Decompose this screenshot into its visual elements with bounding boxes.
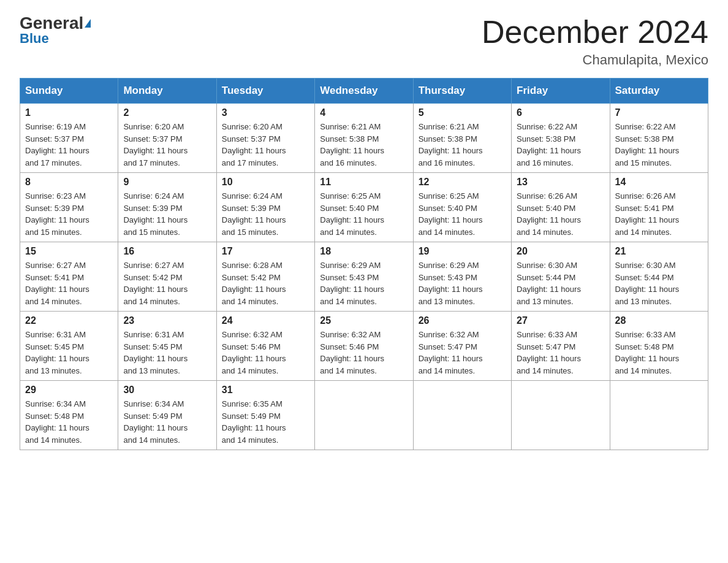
calendar-cell: 18Sunrise: 6:29 AMSunset: 5:43 PMDayligh… (315, 242, 413, 312)
day-number: 17 (222, 246, 309, 257)
calendar-week-row: 8Sunrise: 6:23 AMSunset: 5:39 PMDaylight… (20, 173, 708, 242)
logo-general-text: General (20, 15, 83, 32)
calendar-week-row: 22Sunrise: 6:31 AMSunset: 5:45 PMDayligh… (20, 312, 708, 381)
day-info: Sunrise: 6:27 AMSunset: 5:42 PMDaylight:… (123, 259, 211, 307)
day-info: Sunrise: 6:22 AMSunset: 5:38 PMDaylight:… (615, 121, 703, 169)
col-header-tuesday: Tuesday (216, 79, 314, 104)
day-number: 25 (320, 315, 408, 326)
day-info: Sunrise: 6:31 AMSunset: 5:45 PMDaylight:… (123, 329, 211, 377)
day-info: Sunrise: 6:21 AMSunset: 5:38 PMDaylight:… (320, 121, 408, 169)
day-info: Sunrise: 6:30 AMSunset: 5:44 PMDaylight:… (615, 259, 703, 307)
calendar-week-row: 1Sunrise: 6:19 AMSunset: 5:37 PMDaylight… (20, 104, 708, 173)
calendar-cell: 8Sunrise: 6:23 AMSunset: 5:39 PMDaylight… (20, 173, 118, 242)
calendar-cell: 15Sunrise: 6:27 AMSunset: 5:41 PMDayligh… (20, 242, 118, 312)
day-info: Sunrise: 6:33 AMSunset: 5:48 PMDaylight:… (615, 329, 703, 377)
day-number: 9 (123, 177, 211, 188)
calendar-cell: 5Sunrise: 6:21 AMSunset: 5:38 PMDaylight… (413, 104, 511, 173)
day-number: 8 (25, 177, 113, 188)
day-number: 11 (320, 177, 408, 188)
calendar-cell: 4Sunrise: 6:21 AMSunset: 5:38 PMDaylight… (315, 104, 413, 173)
day-info: Sunrise: 6:23 AMSunset: 5:39 PMDaylight:… (25, 190, 113, 238)
day-number: 1 (25, 107, 113, 118)
day-info: Sunrise: 6:34 AMSunset: 5:49 PMDaylight:… (123, 398, 211, 446)
day-number: 14 (615, 177, 703, 188)
calendar-cell: 24Sunrise: 6:32 AMSunset: 5:46 PMDayligh… (216, 312, 314, 381)
day-info: Sunrise: 6:22 AMSunset: 5:38 PMDaylight:… (517, 121, 604, 169)
calendar-cell (512, 381, 610, 450)
day-number: 24 (222, 315, 309, 326)
day-info: Sunrise: 6:28 AMSunset: 5:42 PMDaylight:… (222, 259, 309, 307)
day-info: Sunrise: 6:24 AMSunset: 5:39 PMDaylight:… (123, 190, 211, 238)
logo-triangle-icon (85, 19, 91, 28)
day-info: Sunrise: 6:29 AMSunset: 5:43 PMDaylight:… (320, 259, 408, 307)
day-number: 5 (419, 107, 506, 118)
calendar-cell: 19Sunrise: 6:29 AMSunset: 5:43 PMDayligh… (413, 242, 511, 312)
day-number: 31 (222, 385, 309, 396)
calendar-cell (610, 381, 708, 450)
day-number: 13 (517, 177, 604, 188)
calendar-cell: 14Sunrise: 6:26 AMSunset: 5:41 PMDayligh… (610, 173, 708, 242)
day-info: Sunrise: 6:25 AMSunset: 5:40 PMDaylight:… (320, 190, 408, 238)
day-info: Sunrise: 6:35 AMSunset: 5:49 PMDaylight:… (222, 398, 309, 446)
calendar-week-row: 29Sunrise: 6:34 AMSunset: 5:48 PMDayligh… (20, 381, 708, 450)
day-number: 28 (615, 315, 703, 326)
day-number: 27 (517, 315, 604, 326)
calendar-cell: 30Sunrise: 6:34 AMSunset: 5:49 PMDayligh… (118, 381, 216, 450)
calendar-cell: 9Sunrise: 6:24 AMSunset: 5:39 PMDaylight… (118, 173, 216, 242)
calendar-cell: 20Sunrise: 6:30 AMSunset: 5:44 PMDayligh… (512, 242, 610, 312)
calendar-cell: 7Sunrise: 6:22 AMSunset: 5:38 PMDaylight… (610, 104, 708, 173)
day-info: Sunrise: 6:32 AMSunset: 5:46 PMDaylight:… (320, 329, 408, 377)
day-number: 26 (419, 315, 506, 326)
calendar-cell: 10Sunrise: 6:24 AMSunset: 5:39 PMDayligh… (216, 173, 314, 242)
col-header-friday: Friday (512, 79, 610, 104)
logo-blue-text: Blue (20, 32, 49, 45)
day-number: 21 (615, 246, 703, 257)
day-info: Sunrise: 6:25 AMSunset: 5:40 PMDaylight:… (419, 190, 506, 238)
calendar-cell: 6Sunrise: 6:22 AMSunset: 5:38 PMDaylight… (512, 104, 610, 173)
day-number: 6 (517, 107, 604, 118)
location-label: Chamulapita, Mexico (482, 52, 708, 68)
day-info: Sunrise: 6:32 AMSunset: 5:46 PMDaylight:… (222, 329, 309, 377)
day-info: Sunrise: 6:31 AMSunset: 5:45 PMDaylight:… (25, 329, 113, 377)
calendar-cell: 12Sunrise: 6:25 AMSunset: 5:40 PMDayligh… (413, 173, 511, 242)
day-info: Sunrise: 6:20 AMSunset: 5:37 PMDaylight:… (123, 121, 211, 169)
day-number: 18 (320, 246, 408, 257)
day-number: 23 (123, 315, 211, 326)
calendar-cell: 29Sunrise: 6:34 AMSunset: 5:48 PMDayligh… (20, 381, 118, 450)
calendar-cell: 3Sunrise: 6:20 AMSunset: 5:37 PMDaylight… (216, 104, 314, 173)
calendar-cell: 22Sunrise: 6:31 AMSunset: 5:45 PMDayligh… (20, 312, 118, 381)
day-number: 20 (517, 246, 604, 257)
title-section: December 2024 Chamulapita, Mexico (482, 15, 708, 68)
col-header-saturday: Saturday (610, 79, 708, 104)
day-info: Sunrise: 6:24 AMSunset: 5:39 PMDaylight:… (222, 190, 309, 238)
day-number: 30 (123, 385, 211, 396)
day-info: Sunrise: 6:19 AMSunset: 5:37 PMDaylight:… (25, 121, 113, 169)
calendar-cell: 27Sunrise: 6:33 AMSunset: 5:47 PMDayligh… (512, 312, 610, 381)
calendar-cell: 16Sunrise: 6:27 AMSunset: 5:42 PMDayligh… (118, 242, 216, 312)
day-info: Sunrise: 6:32 AMSunset: 5:47 PMDaylight:… (419, 329, 506, 377)
calendar-cell: 31Sunrise: 6:35 AMSunset: 5:49 PMDayligh… (216, 381, 314, 450)
calendar-cell: 11Sunrise: 6:25 AMSunset: 5:40 PMDayligh… (315, 173, 413, 242)
calendar-cell (413, 381, 511, 450)
page-header: General Blue December 2024 Chamulapita, … (20, 15, 708, 68)
col-header-sunday: Sunday (20, 79, 118, 104)
col-header-monday: Monday (118, 79, 216, 104)
day-info: Sunrise: 6:27 AMSunset: 5:41 PMDaylight:… (25, 259, 113, 307)
calendar-cell: 23Sunrise: 6:31 AMSunset: 5:45 PMDayligh… (118, 312, 216, 381)
day-info: Sunrise: 6:21 AMSunset: 5:38 PMDaylight:… (419, 121, 506, 169)
day-number: 29 (25, 385, 113, 396)
day-number: 15 (25, 246, 113, 257)
calendar-cell: 25Sunrise: 6:32 AMSunset: 5:46 PMDayligh… (315, 312, 413, 381)
calendar-week-row: 15Sunrise: 6:27 AMSunset: 5:41 PMDayligh… (20, 242, 708, 312)
calendar-cell: 2Sunrise: 6:20 AMSunset: 5:37 PMDaylight… (118, 104, 216, 173)
calendar-cell: 17Sunrise: 6:28 AMSunset: 5:42 PMDayligh… (216, 242, 314, 312)
day-number: 22 (25, 315, 113, 326)
day-info: Sunrise: 6:29 AMSunset: 5:43 PMDaylight:… (419, 259, 506, 307)
month-title: December 2024 (482, 15, 708, 50)
calendar-cell: 21Sunrise: 6:30 AMSunset: 5:44 PMDayligh… (610, 242, 708, 312)
day-info: Sunrise: 6:33 AMSunset: 5:47 PMDaylight:… (517, 329, 604, 377)
day-number: 12 (419, 177, 506, 188)
col-header-thursday: Thursday (413, 79, 511, 104)
calendar-cell: 26Sunrise: 6:32 AMSunset: 5:47 PMDayligh… (413, 312, 511, 381)
day-number: 3 (222, 107, 309, 118)
